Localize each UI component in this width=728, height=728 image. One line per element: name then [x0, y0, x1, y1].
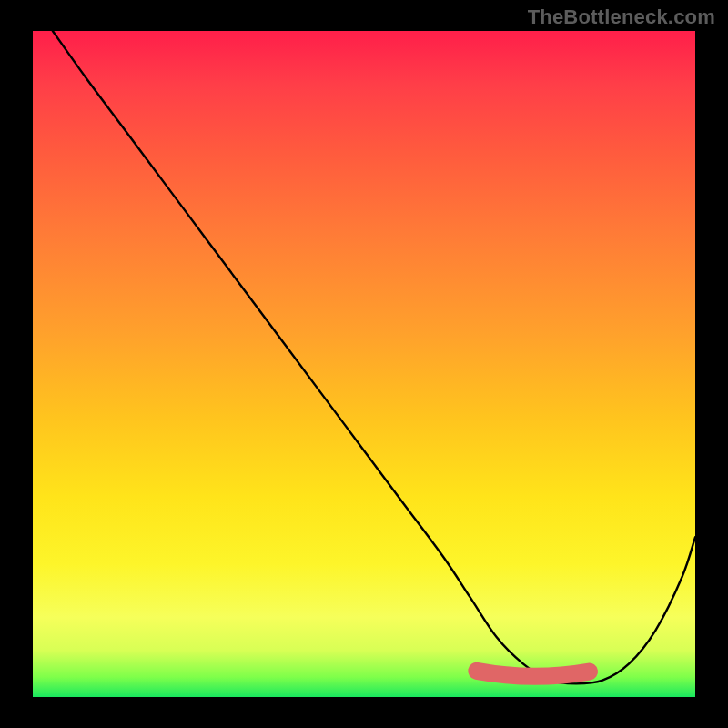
bottleneck-curve	[53, 31, 695, 683]
plot-area	[33, 31, 695, 697]
watermark-text: TheBottleneck.com	[528, 5, 715, 29]
curve-layer	[33, 31, 695, 697]
chart-frame: TheBottleneck.com	[0, 0, 728, 728]
optimal-zone-highlight	[477, 671, 590, 676]
